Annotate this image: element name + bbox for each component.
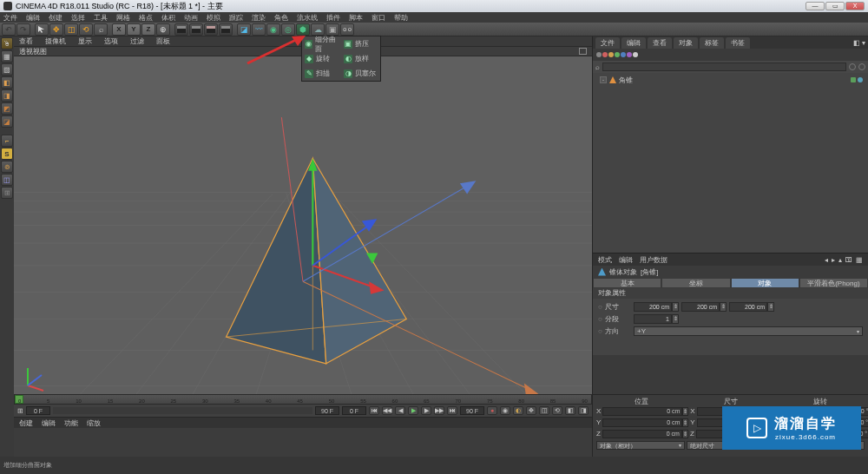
- attr-subtab[interactable]: 基本: [593, 278, 661, 288]
- prev-key-button[interactable]: ◀◀: [382, 406, 392, 415]
- pos-x-input[interactable]: [602, 407, 682, 416]
- visibility-toggle-icon[interactable]: [858, 63, 865, 70]
- key-scale-button[interactable]: ◫: [539, 406, 549, 415]
- end-frame-input[interactable]: [315, 406, 339, 415]
- popup-sweep[interactable]: ✎扫描: [302, 66, 341, 81]
- key-rot-button[interactable]: ⟲: [552, 406, 562, 415]
- poly-mode-button[interactable]: ◪: [1, 115, 13, 128]
- workplane2-button[interactable]: ◫: [1, 174, 13, 186]
- menu-item[interactable]: 格点: [139, 13, 153, 23]
- popup-subdiv[interactable]: ◉细分曲面: [302, 36, 341, 51]
- model-mode-button[interactable]: 🖱: [1, 37, 13, 49]
- current-frame-input[interactable]: [342, 406, 366, 415]
- vp-menu-item[interactable]: 摄像机: [45, 36, 66, 46]
- y-lock-button[interactable]: Y: [127, 23, 141, 36]
- spinner-icon[interactable]: ⇕: [672, 314, 679, 324]
- menu-item[interactable]: 编辑: [26, 13, 40, 23]
- menu-item[interactable]: 跟踪: [229, 13, 243, 23]
- snap-button[interactable]: ⊚: [1, 161, 13, 173]
- up-icon[interactable]: ▴: [838, 256, 842, 264]
- goto-start-button[interactable]: ⏮: [369, 406, 379, 415]
- mat-tab[interactable]: 功能: [64, 418, 78, 428]
- anim-dot-icon[interactable]: ○: [598, 327, 602, 335]
- menu-item[interactable]: 脚本: [349, 13, 363, 23]
- edge-mode-button[interactable]: ◩: [1, 102, 13, 115]
- window-max-button[interactable]: ▭: [825, 2, 845, 10]
- prev-icon[interactable]: ◂: [825, 256, 828, 264]
- anim-dot-icon[interactable]: ○: [598, 315, 602, 323]
- mat-tab[interactable]: 创建: [19, 418, 33, 428]
- popup-extrude[interactable]: ▣挤压: [341, 36, 380, 51]
- prev-frame-button[interactable]: ◀: [395, 406, 405, 415]
- texture-mode-button[interactable]: ▨: [1, 63, 13, 76]
- menu-item[interactable]: 渲染: [252, 13, 266, 23]
- size-y-input[interactable]: [681, 302, 720, 312]
- light-button[interactable]: o o: [340, 23, 354, 36]
- om-tab[interactable]: 标签: [700, 37, 724, 49]
- recent-tool-button[interactable]: ⌕: [94, 23, 108, 36]
- play-button[interactable]: ▶: [408, 406, 418, 415]
- om-tab[interactable]: 编辑: [621, 37, 646, 49]
- popup-lathe[interactable]: ◆旋转: [302, 51, 341, 66]
- deformer-button[interactable]: ⬢: [296, 23, 310, 36]
- size-x-input[interactable]: [634, 302, 672, 312]
- phong-tag-icon[interactable]: [858, 77, 863, 82]
- lock-icon[interactable]: ⚿: [845, 256, 852, 264]
- world-axis-button[interactable]: ⊕: [156, 23, 170, 36]
- key-pos-button[interactable]: ✥: [526, 406, 536, 415]
- attr-tab[interactable]: 用户数据: [640, 255, 667, 265]
- visibility-tag-icon[interactable]: [851, 77, 856, 82]
- om-search-input[interactable]: [602, 63, 846, 71]
- direction-select[interactable]: +Y▾: [634, 326, 863, 336]
- point-mode-button[interactable]: ◨: [1, 89, 13, 102]
- key-pla-button[interactable]: ◨: [578, 406, 589, 415]
- object-tree[interactable]: - 角锥: [593, 73, 868, 253]
- om-options-icon[interactable]: ◧ ▾: [853, 39, 865, 47]
- segments-input[interactable]: [634, 314, 672, 324]
- spinner-icon[interactable]: ⇕: [767, 302, 774, 312]
- vp-menu-item[interactable]: 选项: [104, 36, 118, 46]
- vp-menu-item[interactable]: 查看: [19, 36, 33, 46]
- expand-icon[interactable]: -: [600, 76, 607, 83]
- object-mode-button[interactable]: ▦: [1, 50, 13, 63]
- timeline-ruler[interactable]: 0510 152025 303540 455055 606570 758085 …: [14, 394, 592, 405]
- generator2-button[interactable]: ◎: [281, 23, 295, 36]
- snap3d-button[interactable]: ⊞: [1, 187, 13, 199]
- autokey-button[interactable]: ◉: [500, 406, 510, 415]
- vp-menu-item[interactable]: 过滤: [130, 36, 144, 46]
- menu-item[interactable]: 帮助: [394, 13, 408, 23]
- window-min-button[interactable]: —: [806, 2, 825, 10]
- scale-tool-button[interactable]: ◫: [64, 23, 78, 36]
- environment-button[interactable]: ☁: [311, 23, 325, 36]
- menu-item[interactable]: 窗口: [372, 13, 385, 23]
- window-close-button[interactable]: X: [845, 2, 865, 10]
- menu-item[interactable]: 流水线: [297, 13, 318, 23]
- key-param-button[interactable]: ◧: [565, 406, 575, 415]
- om-tab[interactable]: 文件: [595, 37, 620, 49]
- menu-item[interactable]: 工具: [94, 13, 108, 23]
- vp-menu-item[interactable]: 显示: [78, 36, 92, 46]
- menu-item[interactable]: 动画: [184, 13, 198, 23]
- visibility-toggle-icon[interactable]: [849, 63, 856, 70]
- layer-filter[interactable]: [596, 52, 638, 57]
- move-tool-button[interactable]: ✥: [49, 23, 63, 36]
- start-frame-input[interactable]: [26, 406, 50, 415]
- generator-button[interactable]: ◉: [266, 23, 280, 36]
- popup-bezier[interactable]: ◑贝塞尔: [341, 66, 380, 81]
- viewport-solo-button[interactable]: S: [1, 148, 13, 160]
- menu-item[interactable]: 角色: [274, 13, 288, 23]
- om-tab[interactable]: 查看: [648, 37, 672, 49]
- undo-button[interactable]: [2, 23, 16, 36]
- menu-item[interactable]: 模拟: [207, 13, 220, 23]
- rotate-tool-button[interactable]: ⟲: [79, 23, 93, 36]
- menu-item[interactable]: 插件: [326, 13, 340, 23]
- popup-loft[interactable]: ◐放样: [341, 51, 380, 66]
- keyopt-button[interactable]: ◐: [513, 406, 523, 415]
- render-region-button[interactable]: [189, 23, 203, 36]
- anim-dot-icon[interactable]: ○: [598, 303, 602, 311]
- pos-y-input[interactable]: [602, 418, 682, 427]
- attr-subtab[interactable]: 对象: [731, 278, 799, 288]
- render-view-button[interactable]: [174, 23, 188, 36]
- attr-subtab[interactable]: 坐标: [661, 278, 730, 288]
- mat-tab[interactable]: 缩放: [87, 418, 101, 428]
